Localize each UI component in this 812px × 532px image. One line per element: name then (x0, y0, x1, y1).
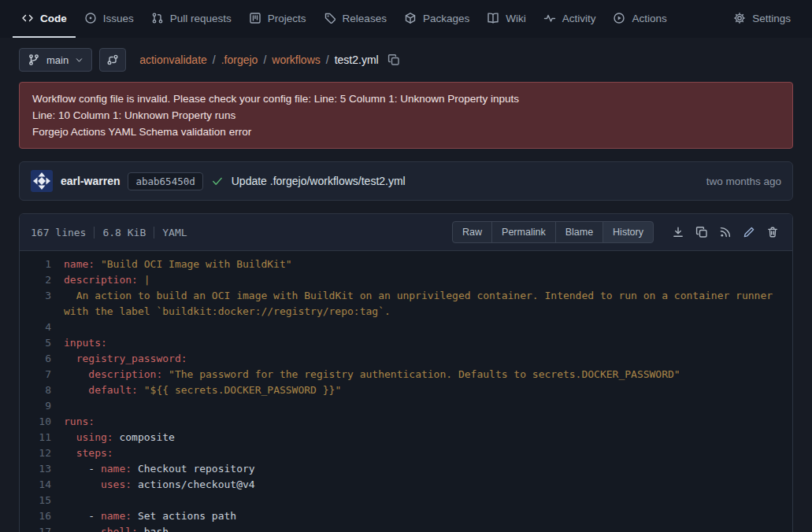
file-language: YAML (162, 227, 187, 238)
nav-item-projects[interactable]: Projects (240, 0, 315, 38)
book-icon (487, 12, 499, 24)
code-line: 6 registry_password: (20, 351, 792, 367)
code-content: - name: Checkout repository (64, 461, 792, 477)
line-number[interactable]: 16 (20, 508, 64, 524)
branch-selector[interactable]: main (19, 48, 92, 72)
compare-button[interactable] (99, 48, 126, 72)
nav-item-label: Settings (752, 13, 791, 24)
nav-tabs: CodeIssuesPull requestsProjectsReleasesP… (13, 0, 676, 38)
code-line: 4 (20, 320, 792, 335)
project-icon (249, 12, 261, 24)
pencil-icon (743, 226, 755, 238)
breadcrumb-link[interactable]: .forgejo (221, 54, 258, 66)
gear-icon (733, 12, 746, 24)
line-number[interactable]: 15 (20, 493, 64, 508)
divider (154, 227, 154, 238)
code-content: using: composite (64, 430, 792, 445)
code-line: 10runs: (20, 414, 792, 430)
nav-item-wiki[interactable]: Wiki (478, 0, 535, 38)
error-banner: Workflow config file is invalid. Please … (19, 82, 793, 149)
code-line: 2description: | (20, 272, 792, 288)
caret-down-icon (75, 56, 83, 65)
line-number[interactable]: 3 (20, 288, 64, 320)
download-button[interactable] (666, 220, 690, 244)
avatar[interactable] (31, 170, 53, 192)
commit-author[interactable]: earl-warren (61, 175, 120, 187)
code-content: name: "Build OCI Image with BuildKit" (64, 257, 792, 272)
repo-nav: CodeIssuesPull requestsProjectsReleasesP… (0, 0, 812, 38)
code-line: 16 - name: Set actions path (20, 508, 792, 524)
history-button[interactable]: History (603, 221, 654, 243)
code-content: shell: bash (64, 524, 792, 532)
line-number[interactable]: 13 (20, 461, 64, 477)
copy-path-button[interactable] (386, 52, 402, 68)
commit-status-check[interactable] (211, 175, 224, 187)
code-line: 15 (20, 493, 792, 508)
code-line: 5inputs: (20, 335, 792, 351)
code-line: 14 uses: actions/checkout@v4 (20, 477, 792, 493)
line-number[interactable]: 6 (20, 351, 64, 367)
nav-item-label: Packages (423, 13, 469, 24)
line-number[interactable]: 5 (20, 335, 64, 351)
code-content: An action to build an OCI image with Bui… (64, 288, 792, 320)
line-number[interactable]: 10 (20, 414, 64, 430)
code-content: inputs: (64, 335, 792, 351)
nav-item-releases[interactable]: Releases (315, 0, 395, 38)
permalink-button[interactable]: Permalink (491, 221, 556, 243)
nav-item-label: Projects (268, 13, 306, 24)
code-line: 9 (20, 398, 792, 414)
breadcrumb: actionvalidate/.forgejo/workflows/test2.… (139, 54, 378, 66)
code-content (64, 398, 792, 414)
rss-button[interactable] (714, 220, 737, 244)
code-line: 8 default: "${{ secrets.DOCKER_PASSWORD … (20, 382, 792, 398)
line-number[interactable]: 17 (20, 524, 64, 532)
nav-item-packages[interactable]: Packages (395, 0, 478, 38)
line-number[interactable]: 11 (20, 430, 64, 445)
nav-item-issues[interactable]: Issues (76, 0, 143, 38)
blame-button[interactable]: Blame (555, 221, 603, 243)
code-content: description: "The password for the regis… (64, 367, 792, 382)
commit-time: two months ago (706, 175, 781, 187)
line-number[interactable]: 4 (20, 320, 64, 335)
git-compare-icon (106, 54, 119, 66)
file-view: 167 lines 6.8 KiB YAML RawPermalinkBlame… (19, 213, 793, 532)
breadcrumb-row: main actionvalidate/.forgejo/workflows/t… (19, 48, 793, 72)
code-content: uses: actions/checkout@v4 (64, 477, 792, 493)
line-number[interactable]: 12 (20, 445, 64, 461)
file-icon-buttons (666, 220, 784, 244)
line-number[interactable]: 8 (20, 382, 64, 398)
commit-sha-badge[interactable]: abab65450d (128, 172, 202, 190)
breadcrumb-separator: / (213, 54, 216, 66)
breadcrumb-link[interactable]: actionvalidate (139, 54, 207, 66)
copy-button[interactable] (690, 220, 714, 244)
copy-icon (387, 54, 400, 66)
nav-item-label: Code (40, 13, 67, 24)
line-number[interactable]: 14 (20, 477, 64, 493)
error-banner-line: Forgejo Actions YAML Schema validation e… (32, 124, 780, 140)
nav-item-actions[interactable]: Actions (604, 0, 675, 38)
branch-name: main (46, 54, 69, 66)
line-number[interactable]: 1 (20, 257, 64, 272)
file-meta: 167 lines 6.8 KiB YAML (31, 227, 187, 238)
trash-button[interactable] (761, 220, 784, 244)
file-size: 6.8 KiB (102, 227, 146, 238)
commit-message[interactable]: Update .forgejo/workflows/test2.yml (232, 175, 406, 187)
pull-request-icon (151, 12, 164, 24)
raw-button[interactable]: Raw (452, 221, 492, 243)
nav-item-pull-requests[interactable]: Pull requests (143, 0, 240, 38)
nav-item-activity[interactable]: Activity (535, 0, 605, 38)
breadcrumb-separator: / (326, 54, 329, 66)
code-line: 12 steps: (20, 445, 792, 461)
breadcrumb-link[interactable]: workflows (272, 54, 320, 66)
line-number[interactable]: 7 (20, 367, 64, 382)
nav-item-settings[interactable]: Settings (725, 0, 799, 38)
code-line: 11 using: composite (20, 430, 792, 445)
file-header: 167 lines 6.8 KiB YAML RawPermalinkBlame… (20, 214, 792, 251)
breadcrumb-current: test2.yml (335, 54, 379, 66)
line-number[interactable]: 9 (20, 398, 64, 414)
pencil-button[interactable] (737, 220, 761, 244)
code-content: description: | (64, 272, 792, 288)
nav-item-code[interactable]: Code (13, 0, 76, 38)
line-number[interactable]: 2 (20, 272, 64, 288)
code-icon (21, 12, 34, 24)
